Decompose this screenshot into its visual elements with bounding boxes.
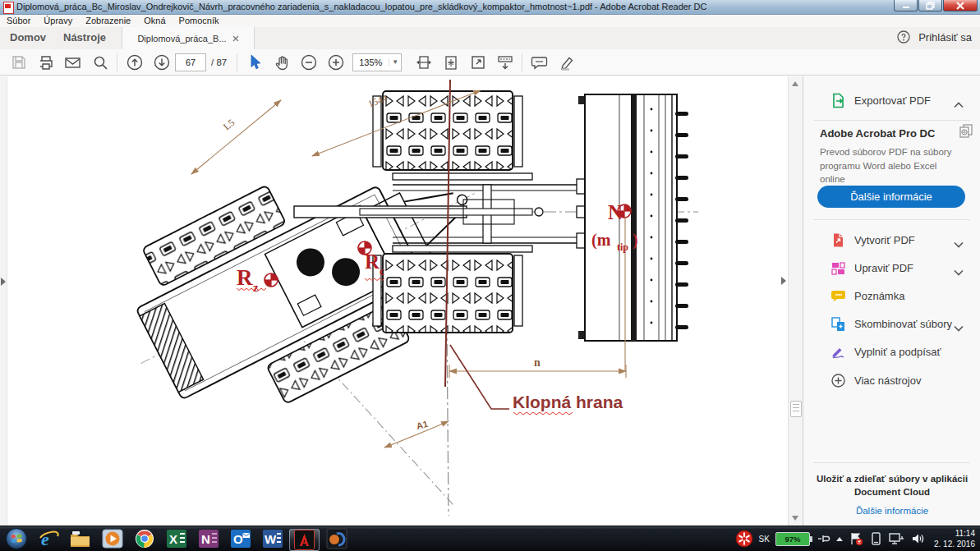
taskbar-photo-viewer[interactable] [320, 526, 352, 551]
internet-explorer-icon: e [38, 528, 59, 549]
vertical-scrollbar[interactable] [788, 76, 803, 526]
show-hidden-icons[interactable] [836, 537, 843, 541]
fullscreen-icon [470, 54, 486, 71]
menu-okna[interactable]: Okná [137, 15, 172, 25]
scroll-up-icon[interactable] [792, 81, 798, 86]
taskbar-media-player[interactable] [96, 526, 128, 551]
zoom-level-dropdown[interactable]: 135% ▼ [352, 53, 402, 71]
folder-icon [69, 528, 91, 550]
reading-mode-icon [496, 54, 514, 71]
search-button[interactable] [86, 52, 113, 73]
pdf-file-icon [3, 2, 14, 14]
print-button[interactable] [32, 52, 59, 73]
rc-sub-label: c [380, 265, 384, 278]
taskbar-acrobat-active[interactable] [289, 529, 320, 551]
taskbar-internet-explorer[interactable]: e [32, 526, 64, 551]
action-center-flag-icon[interactable] [849, 531, 863, 546]
dim-n-label: n [534, 356, 541, 369]
chevron-down-icon: ▼ [389, 58, 401, 66]
scrollbar-thumb[interactable] [790, 401, 802, 417]
fit-width-button[interactable] [410, 52, 437, 73]
onenote-icon: N [198, 528, 219, 549]
note-icon [830, 288, 846, 307]
sidebar-item-create-pdf[interactable]: Vytvoriť PDF [803, 228, 980, 253]
title-bar: Diplomová_práca_Bc_Miroslav_Ondrejkovič_… [0, 0, 980, 15]
select-tool-button[interactable] [241, 52, 268, 73]
save-button[interactable] [5, 52, 32, 73]
taskbar-onenote[interactable]: N [192, 526, 224, 551]
page-number-input[interactable] [175, 53, 206, 71]
taskbar-file-explorer[interactable] [64, 526, 96, 551]
word-icon: W [262, 528, 283, 549]
network-icon[interactable] [888, 531, 904, 546]
reading-mode-button[interactable] [491, 52, 518, 73]
bucket [578, 94, 688, 341]
battery-indicator[interactable]: 97% [775, 532, 810, 546]
tray-app-icon[interactable] [735, 530, 753, 548]
promo-title: Adobe Acrobat Pro DC [820, 127, 935, 140]
device-icon[interactable] [869, 531, 882, 546]
tab-document[interactable]: Diplomová_práca_B... [122, 27, 255, 49]
dim-l5-label: L5 [221, 117, 237, 132]
excel-icon: X [166, 528, 187, 549]
export-pdf-icon [830, 93, 846, 112]
minimize-button[interactable] [894, 0, 918, 11]
tools-sidebar: Exportovať PDF Adobe Acrobat Pro DC Prev… [803, 76, 980, 526]
document-viewport[interactable]: L5 1544 n A1 R z R c N (m tip ) Klopná [0, 76, 803, 526]
help-icon[interactable] [897, 30, 910, 44]
menu-subor[interactable]: Súbor [0, 15, 37, 25]
zoom-out-button[interactable] [295, 52, 322, 73]
chevron-down-icon[interactable] [954, 320, 964, 335]
tab-home[interactable]: Domov [10, 31, 46, 44]
tools-pane-toggle-icon[interactable] [781, 277, 786, 285]
sidebar-item-fill-sign[interactable]: Vyplniť a podpísať [803, 340, 980, 365]
comment-button[interactable] [526, 52, 553, 73]
zoom-in-button[interactable] [322, 52, 349, 73]
chevron-up-icon[interactable] [954, 97, 964, 112]
taskbar-excel[interactable]: X [160, 526, 192, 551]
sign-in-button[interactable]: Prihlásiť sa [918, 31, 972, 44]
chevron-down-icon[interactable] [954, 236, 964, 251]
start-button[interactable] [0, 526, 32, 551]
sidebar-item-label: Upraviť PDF [854, 262, 913, 274]
hand-tool-button[interactable] [268, 52, 295, 73]
chevron-down-icon[interactable] [954, 264, 964, 279]
close-tab-icon[interactable] [232, 35, 239, 42]
scroll-down-icon[interactable] [792, 516, 798, 521]
sidebar-item-more-tools[interactable]: Viac nástrojov [803, 369, 980, 393]
sidebar-item-label: Vytvoriť PDF [854, 234, 915, 246]
next-page-button[interactable] [148, 52, 175, 73]
print-icon [38, 54, 54, 71]
fit-page-icon [443, 54, 459, 71]
menu-upravy[interactable]: Úpravy [37, 15, 79, 25]
nav-pane-toggle-icon[interactable] [1, 278, 6, 286]
clock[interactable]: 11:14 2. 12. 2016 [931, 528, 975, 550]
fullscreen-button[interactable] [464, 52, 491, 73]
sidebar-item-export-pdf[interactable]: Exportovať PDF [803, 89, 980, 113]
sidebar-item-label: Skombinovať súbory [854, 318, 952, 330]
close-button[interactable] [943, 0, 978, 11]
technical-drawing: L5 1544 n A1 R z R c N (m tip ) Klopná [7, 76, 786, 526]
tab-tools[interactable]: Nástroje [63, 31, 106, 44]
language-indicator[interactable]: SK [759, 535, 770, 544]
fit-page-button[interactable] [437, 52, 464, 73]
taskbar-outlook[interactable]: O [224, 526, 256, 551]
sidebar-item-edit-pdf[interactable]: Upraviť PDF [803, 256, 980, 281]
menu-zobrazenie[interactable]: Zobrazenie [79, 15, 137, 25]
search-icon [92, 54, 108, 71]
taskbar-chrome[interactable] [128, 526, 160, 551]
sidebar-item-comment[interactable]: Poznámka [803, 284, 980, 309]
sidebar-item-combine-files[interactable]: Skombinovať súbory [803, 312, 980, 337]
edit-pdf-icon [830, 260, 846, 279]
more-info-button[interactable]: Ďalšie informácie [817, 186, 965, 208]
highlight-button[interactable] [553, 52, 580, 73]
email-button[interactable] [59, 52, 86, 73]
more-info-link[interactable]: Ďalšie informácie [803, 506, 980, 516]
previous-page-button[interactable] [121, 52, 148, 73]
taskbar-word[interactable]: W [256, 526, 288, 551]
mtip-open-label: (m [591, 231, 611, 250]
restore-button[interactable] [918, 0, 942, 11]
vertical-centerline [447, 323, 449, 516]
menu-pomocnik[interactable]: Pomocník [173, 15, 226, 25]
volume-icon[interactable] [910, 531, 925, 546]
